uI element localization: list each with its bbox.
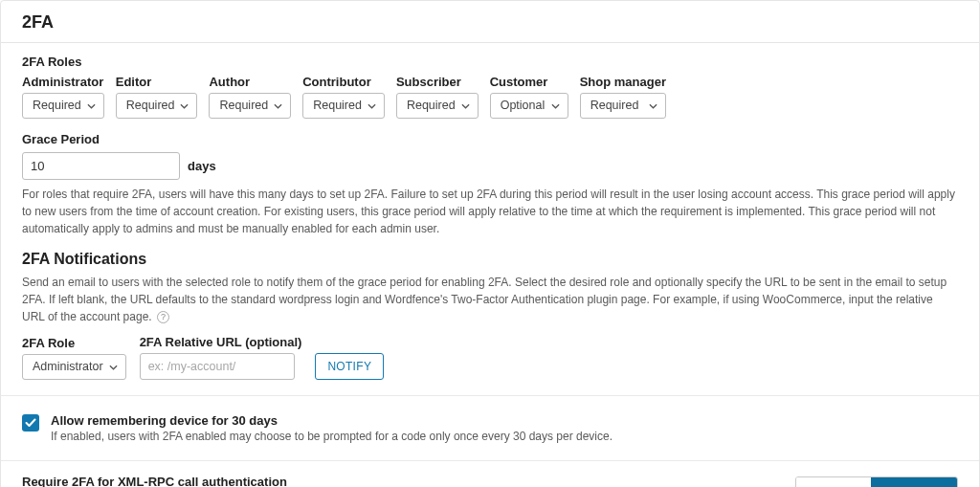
role-label: Contributor <box>302 75 385 89</box>
chevron-down-icon <box>87 103 96 109</box>
notifications-help-text: Send an email to users with the selected… <box>22 274 958 325</box>
notif-role-value: Administrator <box>33 360 103 374</box>
remember-device-title: Allow remembering device for 30 days <box>51 413 612 428</box>
role-select-value: Required <box>33 99 81 113</box>
role-label: Administrator <box>22 75 104 89</box>
xmlrpc-toggle: SKIPPED REQUIRED <box>795 476 958 487</box>
notifications-heading: 2FA Notifications <box>22 251 958 268</box>
xmlrpc-title: Require 2FA for XML-RPC call authenticat… <box>22 475 778 487</box>
role-customer: Customer Optional <box>490 75 568 119</box>
remember-device-desc: If enabled, users with 2FA enabled may c… <box>51 430 612 443</box>
page-header: 2FA <box>1 1 979 43</box>
remember-device-checkbox[interactable] <box>22 414 39 432</box>
role-editor: Editor Required <box>116 75 198 119</box>
role-select-subscriber[interactable]: Required <box>396 93 479 119</box>
roles-heading: 2FA Roles <box>22 55 958 69</box>
role-select-value: Required <box>219 99 268 113</box>
chevron-down-icon <box>180 103 189 109</box>
roles-section: 2FA Roles Administrator Required Editor … <box>1 43 979 395</box>
help-icon[interactable]: ? <box>157 311 169 323</box>
chevron-down-icon <box>461 103 470 109</box>
role-label: Author <box>209 75 291 89</box>
chevron-down-icon <box>368 103 376 109</box>
role-select-value: Required <box>313 99 362 113</box>
notif-role-label: 2FA Role <box>22 336 126 350</box>
xmlrpc-text: Require 2FA for XML-RPC call authenticat… <box>22 475 778 487</box>
notif-url-col: 2FA Relative URL (optional) <box>140 335 302 380</box>
roles-row: Administrator Required Editor Required A… <box>22 75 958 119</box>
chevron-down-icon <box>649 103 657 109</box>
grace-heading: Grace Period <box>22 132 958 146</box>
role-shop-manager: Shop manager Required <box>580 75 666 119</box>
xmlrpc-row: Require 2FA for XML-RPC call authenticat… <box>1 461 979 487</box>
role-select-value: Required <box>407 99 456 113</box>
notif-role-col: 2FA Role Administrator <box>22 336 126 380</box>
chevron-down-icon <box>551 103 560 109</box>
role-label: Subscriber <box>396 75 479 89</box>
role-select-shop-manager[interactable]: Required <box>580 93 666 119</box>
notif-url-label: 2FA Relative URL (optional) <box>140 335 302 349</box>
role-label: Shop manager <box>580 75 666 89</box>
grace-help-text: For roles that require 2FA, users will h… <box>22 186 958 237</box>
role-contributor: Contributor Required <box>302 75 385 119</box>
chevron-down-icon <box>274 103 282 109</box>
xmlrpc-required-button[interactable]: REQUIRED <box>871 477 957 487</box>
2fa-settings-panel: 2FA 2FA Roles Administrator Required Edi… <box>0 0 980 487</box>
chevron-down-icon <box>109 365 118 370</box>
role-select-administrator[interactable]: Required <box>22 93 104 119</box>
role-select-value: Required <box>590 99 639 113</box>
page-title: 2FA <box>22 12 958 33</box>
grace-period-input[interactable] <box>22 152 180 180</box>
notifications-controls: 2FA Role Administrator 2FA Relative URL … <box>22 335 958 380</box>
role-author: Author Required <box>209 75 291 119</box>
role-select-value: Required <box>126 99 175 113</box>
remember-device-row: Allow remembering device for 30 days If … <box>1 396 979 460</box>
notify-button[interactable]: NOTIFY <box>315 353 384 380</box>
role-select-value: Optional <box>501 99 546 113</box>
role-select-contributor[interactable]: Required <box>302 93 385 119</box>
role-select-customer[interactable]: Optional <box>490 93 568 119</box>
role-select-author[interactable]: Required <box>209 93 291 119</box>
role-select-editor[interactable]: Required <box>116 93 198 119</box>
role-subscriber: Subscriber Required <box>396 75 479 119</box>
xmlrpc-skipped-button[interactable]: SKIPPED <box>796 477 871 487</box>
grace-unit-label: days <box>188 159 216 173</box>
role-administrator: Administrator Required <box>22 75 104 119</box>
notif-role-select[interactable]: Administrator <box>22 354 126 380</box>
notif-url-input[interactable] <box>140 353 295 380</box>
role-label: Editor <box>116 75 198 89</box>
role-label: Customer <box>490 75 568 89</box>
grace-period-block: Grace Period days For roles that require… <box>22 132 958 237</box>
remember-device-text: Allow remembering device for 30 days If … <box>51 413 612 443</box>
